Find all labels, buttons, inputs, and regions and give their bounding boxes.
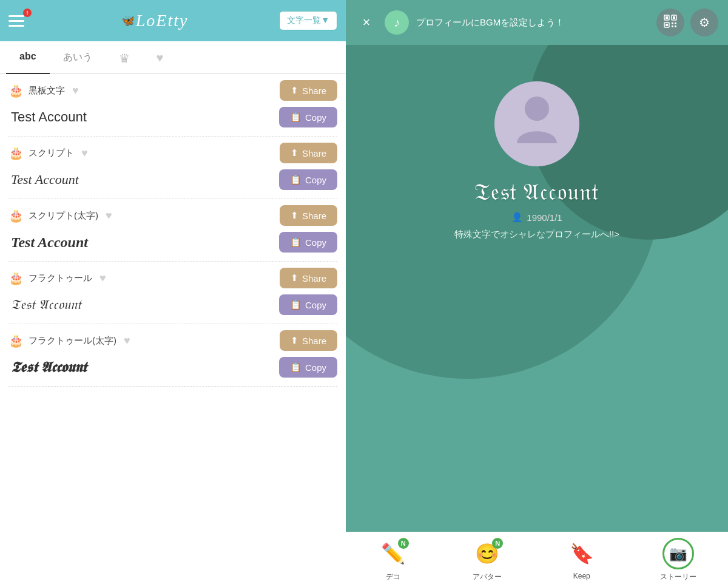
heart-icon-fraktur-bold[interactable]: ♥ <box>124 334 130 347</box>
heart-icon-kokuban[interactable]: ♥ <box>72 84 79 97</box>
font-item-script-bold: 🎂 スクリプト(太字) ♥ ⬆ Share Test Account 📋 Cop… <box>8 199 337 262</box>
share-icon-fraktur: ⬆ <box>291 273 298 283</box>
tab-abc[interactable]: abc <box>6 41 50 74</box>
profile-promo[interactable]: 特殊文字でオシャレなプロフィールへ!!> <box>454 229 619 240</box>
nav-item-avatar[interactable]: 😊 N アバター <box>471 538 503 582</box>
settings-button[interactable]: ⚙ <box>690 8 718 36</box>
tab-heart[interactable]: ♥ <box>143 41 177 74</box>
heart-icon-fraktur[interactable]: ♥ <box>99 272 106 285</box>
tabs-row: abc あいう ♛ ♥ <box>0 41 346 74</box>
copy-button-script[interactable]: 📋 Copy <box>279 169 337 190</box>
deco-icon-wrap: ✏️ N <box>377 538 409 569</box>
font-preview-row-fraktur-bold: 𝕿𝖊𝖘𝖙 𝕬𝖈𝖈𝖔𝖚𝖓𝖙 📋 Copy <box>8 355 337 380</box>
font-preview-row-fraktur: 𝔗𝔢𝔰𝔱 𝔄𝔠𝔠𝔬𝔲𝔫𝔱 📋 Copy <box>8 292 337 317</box>
copy-button-script-bold[interactable]: 📋 Copy <box>279 232 337 253</box>
bottom-nav: ✏️ N デコ 😊 N アバター 🔖 Keep 📷 ストーリー <box>346 532 728 587</box>
font-item-header-fraktur-bold: 🎂 フラクトゥール(太字) ♥ ⬆ Share <box>8 330 337 351</box>
font-item-script: 🎂 スクリプト ♥ ⬆ Share Test Account 📋 Copy <box>8 137 337 199</box>
font-actions-kokuban: ⬆ Share <box>280 80 337 101</box>
menu-button[interactable] <box>8 10 30 32</box>
profile-background: 𝔗𝔢𝔰𝔱 𝔄𝔠𝔠𝔬𝔲𝔫𝔱 👤 1990/1/1 特殊文字でオシャレなプロフィール… <box>346 45 728 532</box>
story-icon-wrap: 📷 <box>662 538 694 569</box>
qr-button[interactable] <box>656 8 684 36</box>
close-button[interactable]: × <box>356 12 377 33</box>
keep-icon-wrap: 🔖 <box>566 538 598 569</box>
music-badge: ♪ <box>385 10 409 35</box>
font-preview-fraktur-bold: 𝕿𝖊𝖘𝖙 𝕬𝖈𝖈𝖔𝖚𝖓𝖙 <box>11 359 86 376</box>
avatar-badge-n: N <box>492 538 503 549</box>
copy-button-fraktur[interactable]: 📋 Copy <box>279 294 337 315</box>
font-preview-script-bold: Test Account <box>11 234 88 251</box>
svg-rect-9 <box>675 25 676 27</box>
copy-button-kokuban[interactable]: 📋 Copy <box>279 107 337 127</box>
close-icon: × <box>363 15 371 30</box>
share-icon-script-bold: ⬆ <box>291 210 298 221</box>
font-name-fraktur-bold: フラクトゥール(太字) <box>29 335 116 347</box>
font-name-script: スクリプト <box>29 148 74 159</box>
svg-rect-7 <box>675 22 676 24</box>
share-icon-script: ⬆ <box>291 148 298 158</box>
font-actions-fraktur-bold: ⬆ Share <box>280 330 337 351</box>
share-button-fraktur-bold[interactable]: ⬆ Share <box>280 330 337 351</box>
bgm-text: プロフィールにBGMを設定しよう！ <box>416 17 649 29</box>
share-button-script[interactable]: ⬆ Share <box>280 143 337 163</box>
avatar-label: アバター <box>473 572 502 582</box>
avatar-person-icon <box>513 92 561 156</box>
font-preview-fraktur: 𝔗𝔢𝔰𝔱 𝔄𝔠𝔠𝔬𝔲𝔫𝔱 <box>11 297 81 313</box>
keep-label: Keep <box>573 572 590 580</box>
birthday-text: 1990/1/1 <box>527 212 562 223</box>
tab-crown[interactable]: ♛ <box>106 41 143 74</box>
profile-content: 𝔗𝔢𝔰𝔱 𝔄𝔠𝔠𝔬𝔲𝔫𝔱 👤 1990/1/1 特殊文字でオシャレなプロフィール… <box>346 45 728 259</box>
font-preview-row-kokuban: Test Account 📋 Copy <box>8 104 337 130</box>
story-label: ストーリー <box>660 572 696 582</box>
logo-text: LoEtty <box>136 11 189 30</box>
font-cake-icon-kokuban: 🎂 <box>8 83 24 98</box>
avatar <box>494 81 579 166</box>
font-preview-script: Test Account <box>11 172 79 188</box>
profile-birthday: 👤 1990/1/1 <box>511 212 562 223</box>
font-actions-script: ⬆ Share <box>280 143 337 163</box>
share-button-fraktur[interactable]: ⬆ Share <box>280 268 337 288</box>
svg-rect-1 <box>666 16 668 19</box>
tab-aiueo[interactable]: あいう <box>50 41 106 74</box>
copy-button-fraktur-bold[interactable]: 📋 Copy <box>279 357 337 378</box>
font-item-fraktur-bold: 🎂 フラクトゥール(太字) ♥ ⬆ Share 𝕿𝖊𝖘𝖙 𝕬𝖈𝖈𝖔𝖚𝖓𝖙 📋 C… <box>8 324 337 387</box>
settings-icon: ⚙ <box>699 15 710 30</box>
font-name-script-bold: スクリプト(太字) <box>29 210 98 222</box>
font-cake-icon-script-bold: 🎂 <box>8 208 24 223</box>
left-panel: 🦋 LoEtty 文字一覧▼ abc あいう ♛ ♥ 🎂 黒板文字 ♥ ⬆ Sh… <box>0 0 346 587</box>
char-list-button[interactable]: 文字一覧▼ <box>279 11 337 30</box>
right-panel: × ♪ プロフィールにBGMを設定しよう！ <box>346 0 728 587</box>
font-item-header-script: 🎂 スクリプト ♥ ⬆ Share <box>8 143 337 163</box>
share-button-script-bold[interactable]: ⬆ Share <box>280 205 337 226</box>
deco-label: デコ <box>386 572 400 582</box>
svg-rect-3 <box>673 16 675 19</box>
right-icons: ⚙ <box>656 8 718 36</box>
nav-item-keep[interactable]: 🔖 Keep <box>566 538 598 582</box>
qr-icon <box>664 15 677 31</box>
font-cake-icon-script: 🎂 <box>8 146 24 160</box>
heart-icon-script[interactable]: ♥ <box>81 147 88 160</box>
font-name-kokuban: 黒板文字 <box>29 85 65 97</box>
notification-badge <box>23 8 32 17</box>
font-item-header-script-bold: 🎂 スクリプト(太字) ♥ ⬆ Share <box>8 205 337 226</box>
font-cake-icon-fraktur: 🎂 <box>8 271 24 285</box>
copy-icon-fraktur-bold: 📋 <box>290 362 302 373</box>
font-item-kokuban: 🎂 黒板文字 ♥ ⬆ Share Test Account 📋 Copy <box>8 74 337 137</box>
nav-item-deco[interactable]: ✏️ N デコ <box>377 538 409 582</box>
font-item-header-kokuban: 🎂 黒板文字 ♥ ⬆ Share <box>8 80 337 101</box>
left-header: 🦋 LoEtty 文字一覧▼ <box>0 0 346 41</box>
share-icon-kokuban: ⬆ <box>291 85 298 96</box>
svg-rect-6 <box>672 22 673 24</box>
font-preview-kokuban: Test Account <box>11 109 87 125</box>
logo-leaf-icon: 🦋 <box>121 14 135 27</box>
font-item-fraktur: 🎂 フラクトゥール ♥ ⬆ Share 𝔗𝔢𝔰𝔱 𝔄𝔠𝔠𝔬𝔲𝔫𝔱 📋 Copy <box>8 262 337 324</box>
story-circle-btn[interactable]: 📷 <box>662 538 694 569</box>
heart-icon-script-bold[interactable]: ♥ <box>106 209 112 222</box>
font-actions-fraktur: ⬆ Share <box>280 268 337 288</box>
copy-icon-kokuban: 📋 <box>290 112 302 123</box>
nav-item-story[interactable]: 📷 ストーリー <box>660 538 696 582</box>
share-button-kokuban[interactable]: ⬆ Share <box>280 80 337 101</box>
logo: 🦋 LoEtty <box>121 11 189 30</box>
svg-point-13 <box>525 97 549 121</box>
